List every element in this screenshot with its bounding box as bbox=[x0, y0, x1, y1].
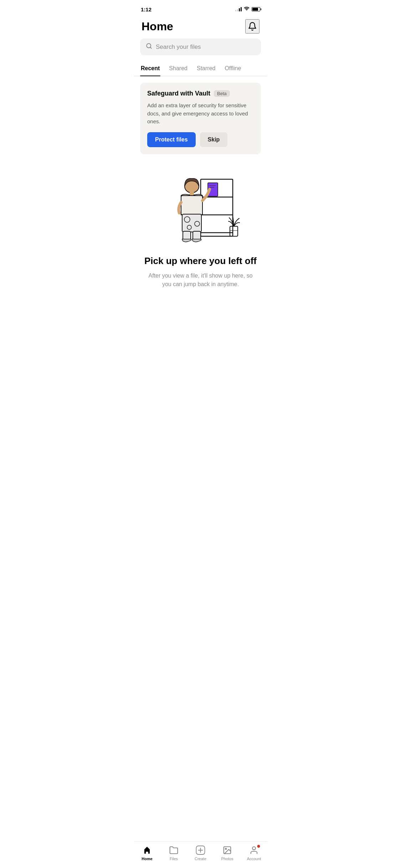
svg-rect-10 bbox=[190, 192, 194, 196]
page-title: Home bbox=[142, 20, 173, 33]
empty-state-title: Pick up where you left off bbox=[144, 255, 257, 267]
wifi-icon bbox=[244, 6, 250, 12]
tab-recent[interactable]: Recent bbox=[140, 62, 160, 76]
notifications-button[interactable] bbox=[245, 19, 259, 33]
svg-rect-12 bbox=[182, 214, 201, 232]
tab-starred[interactable]: Starred bbox=[196, 62, 216, 76]
battery-icon bbox=[252, 7, 260, 11]
status-bar: 1:12 bbox=[134, 0, 267, 16]
search-placeholder: Search your files bbox=[156, 43, 201, 51]
vault-banner: Safeguard with Vault Beta Add an extra l… bbox=[140, 83, 261, 154]
svg-rect-11 bbox=[181, 196, 202, 215]
header: Home bbox=[134, 16, 267, 38]
signal-icon bbox=[235, 7, 242, 11]
search-container: Search your files bbox=[134, 38, 267, 62]
status-icons bbox=[235, 6, 260, 12]
protect-files-button[interactable]: Protect files bbox=[147, 132, 196, 147]
beta-badge: Beta bbox=[214, 90, 230, 97]
empty-state-illustration bbox=[161, 169, 240, 247]
search-icon bbox=[146, 43, 152, 51]
search-bar[interactable]: Search your files bbox=[140, 38, 261, 55]
tabs-bar: Recent Shared Starred Offline bbox=[134, 62, 267, 76]
skip-button[interactable]: Skip bbox=[200, 132, 228, 147]
vault-description: Add an extra layer of security for sensi… bbox=[147, 102, 254, 126]
empty-state: Pick up where you left off After you vie… bbox=[134, 158, 267, 296]
vault-title: Safeguard with Vault bbox=[147, 90, 210, 97]
svg-rect-18 bbox=[230, 226, 238, 236]
vault-banner-title-row: Safeguard with Vault Beta bbox=[147, 90, 254, 97]
tab-shared[interactable]: Shared bbox=[168, 62, 188, 76]
bell-icon bbox=[248, 22, 257, 31]
status-time: 1:12 bbox=[141, 6, 151, 12]
empty-state-description: After you view a file, it'll show up her… bbox=[147, 272, 254, 289]
tab-offline[interactable]: Offline bbox=[224, 62, 242, 76]
svg-line-1 bbox=[150, 47, 151, 48]
vault-actions: Protect files Skip bbox=[147, 132, 254, 147]
